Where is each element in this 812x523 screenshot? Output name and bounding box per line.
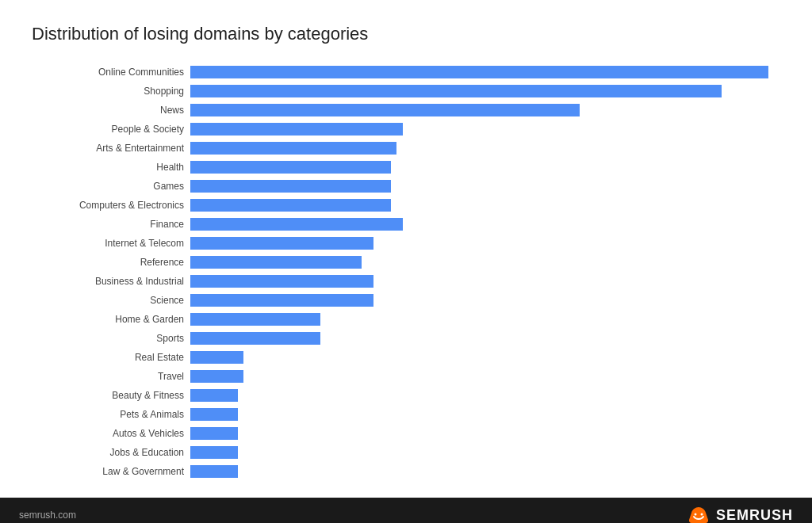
bar-fill <box>190 256 362 269</box>
bar-label: Jobs & Education <box>32 447 190 458</box>
bar-label: Real Estate <box>32 352 190 363</box>
bar-track <box>190 389 780 402</box>
bar-fill <box>190 161 391 174</box>
bar-row: Law & Government <box>32 463 780 480</box>
bar-track <box>190 351 780 364</box>
bar-row: Real Estate <box>32 349 780 366</box>
bar-track <box>190 218 780 231</box>
bar-fill <box>190 180 391 193</box>
bar-track <box>190 294 780 307</box>
bar-row: News <box>32 101 780 119</box>
bar-fill <box>190 408 238 421</box>
bar-fill <box>190 104 580 116</box>
bar-label: Law & Government <box>32 466 190 477</box>
bar-label: Internet & Telecom <box>32 238 190 249</box>
bar-label: Shopping <box>32 86 190 97</box>
bar-row: Shopping <box>32 82 780 100</box>
svg-point-1 <box>700 513 703 516</box>
bar-row: Games <box>32 178 780 195</box>
bar-row: People & Society <box>32 120 780 138</box>
bar-track <box>190 142 780 155</box>
bar-label: People & Society <box>32 124 190 135</box>
bar-label: Science <box>32 295 190 306</box>
bar-row: Pets & Animals <box>32 406 780 423</box>
semrush-logo: SEMRUSH <box>688 506 793 523</box>
footer: semrush.com SEMRUSH <box>0 498 812 523</box>
bar-label: Health <box>32 162 190 173</box>
bar-fill <box>190 389 238 402</box>
bar-row: Finance <box>32 216 780 233</box>
bar-label: News <box>32 105 190 116</box>
bar-label: Travel <box>32 371 190 382</box>
chart-title: Distribution of losing domains by catego… <box>32 24 780 44</box>
bar-label: Sports <box>32 333 190 344</box>
bar-track <box>190 256 780 269</box>
svg-point-0 <box>694 513 696 516</box>
bar-fill <box>190 427 238 440</box>
bar-track <box>190 123 780 136</box>
bar-label: Business & Industrial <box>32 276 190 287</box>
bar-row: Health <box>32 158 780 176</box>
bar-fill <box>190 275 373 288</box>
bar-fill <box>190 370 243 383</box>
chart-container: Distribution of losing domains by catego… <box>0 0 812 498</box>
bar-row: Jobs & Education <box>32 444 780 461</box>
bar-row: Business & Industrial <box>32 273 780 290</box>
bar-label: Autos & Vehicles <box>32 428 190 439</box>
bar-label: Online Communities <box>32 67 190 78</box>
bar-track <box>190 161 780 174</box>
bar-label: Beauty & Fitness <box>32 390 190 401</box>
bar-row: Online Communities <box>32 63 780 81</box>
bar-row: Sports <box>32 330 780 347</box>
bar-track <box>190 104 780 116</box>
bar-fill <box>190 85 722 97</box>
chart-area: Online CommunitiesShoppingNewsPeople & S… <box>32 63 780 482</box>
bar-fill <box>190 313 320 326</box>
bar-label: Pets & Animals <box>32 409 190 420</box>
bar-fill <box>190 66 768 78</box>
bar-track <box>190 427 780 440</box>
bar-track <box>190 237 780 250</box>
bar-fill <box>190 237 373 250</box>
bar-fill <box>190 446 238 459</box>
bar-track <box>190 85 780 97</box>
bar-track <box>190 465 780 478</box>
bar-row: Science <box>32 292 780 309</box>
bar-row: Computers & Electronics <box>32 197 780 214</box>
bar-fill <box>190 332 320 345</box>
bar-label: Games <box>32 181 190 192</box>
bar-track <box>190 332 780 345</box>
bar-label: Home & Garden <box>32 314 190 325</box>
bar-label: Finance <box>32 219 190 230</box>
bar-fill <box>190 465 238 478</box>
bar-fill <box>190 123 403 136</box>
bar-row: Internet & Telecom <box>32 235 780 252</box>
bar-row: Reference <box>32 254 780 271</box>
bar-row: Beauty & Fitness <box>32 387 780 404</box>
bar-fill <box>190 294 373 307</box>
bar-track <box>190 180 780 193</box>
bar-track <box>190 275 780 288</box>
bar-label: Reference <box>32 257 190 268</box>
bar-fill <box>190 199 391 212</box>
semrush-icon <box>688 506 710 523</box>
bar-fill <box>190 142 396 155</box>
bar-label: Arts & Entertainment <box>32 143 190 154</box>
bar-track <box>190 446 780 459</box>
bar-track <box>190 66 780 78</box>
bar-row: Arts & Entertainment <box>32 139 780 157</box>
bar-label: Computers & Electronics <box>32 200 190 211</box>
bar-track <box>190 370 780 383</box>
bar-row: Home & Garden <box>32 311 780 328</box>
bar-track <box>190 408 780 421</box>
semrush-brand-text: SEMRUSH <box>716 507 793 524</box>
bar-fill <box>190 218 403 231</box>
bar-track <box>190 313 780 326</box>
footer-url: semrush.com <box>19 510 76 521</box>
bar-fill <box>190 351 243 364</box>
bar-row: Travel <box>32 368 780 385</box>
bar-track <box>190 199 780 212</box>
bar-row: Autos & Vehicles <box>32 425 780 442</box>
